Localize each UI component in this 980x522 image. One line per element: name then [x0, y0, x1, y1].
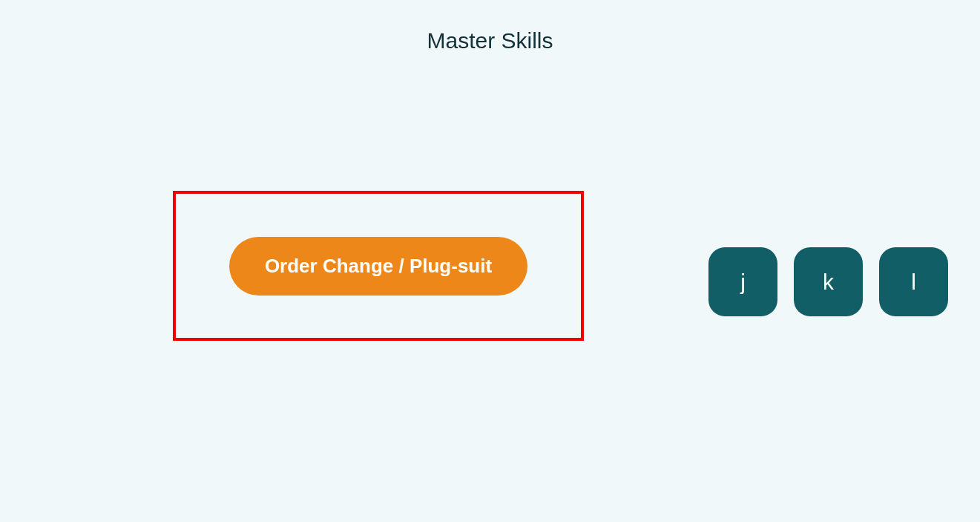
page-title: Master Skills [0, 28, 980, 53]
order-change-button[interactable]: Order Change / Plug-suit [229, 237, 527, 296]
hotkey-l-button[interactable]: l [879, 247, 948, 316]
hotkey-row: j k l [708, 247, 948, 316]
hotkey-j-button[interactable]: j [708, 247, 777, 316]
hotkey-k-button[interactable]: k [794, 247, 863, 316]
highlight-box: Order Change / Plug-suit [173, 191, 584, 341]
